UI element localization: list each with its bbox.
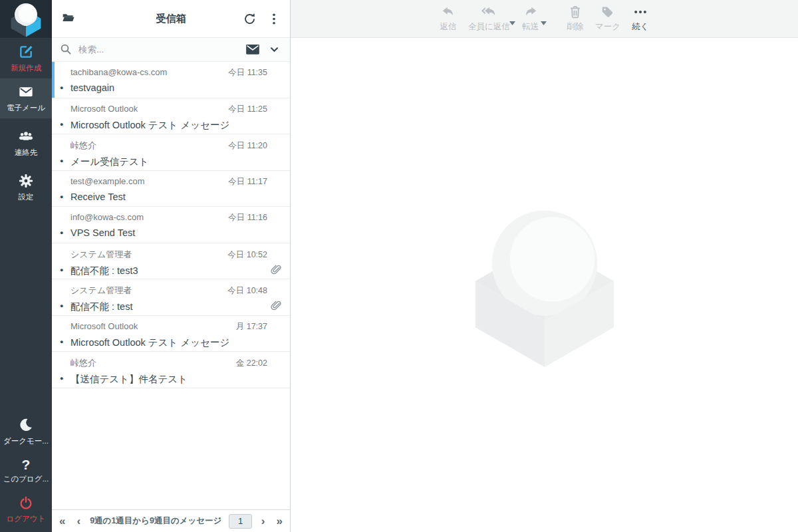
message-list-panel: 受信箱	[52, 0, 291, 532]
message-subject: メール受信テスト	[70, 156, 282, 168]
message-sender: システム管理者	[70, 285, 132, 297]
sidebar-item-label: ダークモー...	[1, 436, 51, 446]
message-date: 今日 11:25	[228, 104, 267, 115]
power-icon	[19, 495, 33, 510]
reply-all-icon	[480, 5, 497, 19]
message-row[interactable]: tachibana@kowa-cs.com今日 11:35●testvagain	[52, 62, 290, 98]
chevron-down-icon	[269, 45, 280, 55]
contacts-icon	[18, 129, 34, 144]
sidebar-item-label: 設定	[1, 192, 51, 202]
sidebar-item-about[interactable]: ? このプログ...	[0, 452, 52, 489]
folder-icon	[61, 12, 76, 25]
trash-icon	[568, 5, 583, 19]
message-row[interactable]: 峠悠介今日 11:20●メール受信テスト	[52, 134, 290, 171]
unread-dot-icon: ●	[60, 194, 63, 200]
message-row[interactable]: test@example.com今日 11:17●Receive Test	[52, 171, 290, 207]
message-subject: Microsoft Outlook テスト メッセージ	[70, 336, 282, 349]
mail-toolbar: 返信 全員に返信 転送	[291, 0, 798, 38]
page-number-box[interactable]: 1	[229, 514, 252, 529]
message-sender: Microsoft Outlook	[70, 321, 138, 331]
sidebar-item-logout[interactable]: ログアウト	[0, 489, 52, 532]
message-date: 今日 11:17	[228, 176, 267, 188]
message-date: 月 17:37	[236, 321, 267, 332]
first-page-button[interactable]: «	[57, 515, 67, 527]
unread-dot-icon: ●	[60, 338, 63, 345]
message-row[interactable]: システム管理者今日 10:52●配信不能 : test3	[52, 243, 290, 280]
refresh-button[interactable]	[241, 10, 259, 28]
forward-icon	[523, 5, 539, 19]
reply-all-button[interactable]: 全員に返信	[464, 2, 515, 35]
list-options-button[interactable]	[265, 10, 283, 28]
message-sender: info@kowa-cs.com	[70, 212, 144, 222]
search-options-button[interactable]	[267, 43, 282, 57]
tag-icon	[600, 5, 615, 19]
message-date: 金 22:02	[236, 358, 267, 369]
message-sender: 峠悠介	[70, 140, 96, 152]
app-window: 新規作成 電子メール 連絡先	[0, 0, 798, 532]
last-page-button[interactable]: »	[275, 515, 285, 527]
next-page-button[interactable]: ›	[259, 515, 267, 527]
message-date: 今日 11:16	[228, 212, 267, 223]
search-input[interactable]	[77, 44, 239, 55]
attachment-icon	[271, 264, 283, 277]
toolbar-label: マーク	[595, 21, 620, 33]
sidebar-item-label: このプログ...	[1, 474, 51, 484]
search-bar	[52, 38, 290, 62]
sidebar-item-label: 電子メール	[1, 103, 51, 113]
sidebar-item-label: 連絡先	[1, 148, 51, 158]
attachment-icon	[271, 300, 283, 313]
envelope-icon	[245, 44, 260, 55]
list-header: 受信箱	[52, 0, 290, 38]
question-mark-icon: ?	[1, 458, 51, 472]
caret-down-icon	[509, 21, 515, 25]
toolbar-label: 続く	[632, 21, 648, 33]
message-sender: tachibana@kowa-cs.com	[70, 67, 167, 77]
delete-button[interactable]: 削除	[560, 2, 591, 35]
toolbar-label: 削除	[567, 21, 583, 33]
forward-button[interactable]: 転送	[515, 2, 546, 35]
message-date: 今日 10:52	[227, 249, 267, 261]
message-row[interactable]: 峠悠介金 22:02●【送信テスト】件名テスト	[52, 352, 290, 388]
toolbar-label: 全員に返信	[468, 21, 510, 33]
more-actions-button[interactable]: 続く	[625, 2, 656, 35]
unread-dot-icon: ●	[60, 158, 63, 164]
unread-dot-icon: ●	[60, 303, 63, 309]
gear-icon	[19, 174, 33, 188]
message-subject: 配信不能 : test	[70, 301, 282, 313]
unread-dot-icon: ●	[60, 375, 63, 382]
unread-dot-icon: ●	[60, 267, 63, 273]
folder-list-button[interactable]	[59, 10, 78, 27]
sidebar-item-darkmode[interactable]: ダークモー...	[0, 412, 52, 452]
reply-icon	[440, 5, 456, 19]
forward-menu-caret[interactable]	[541, 21, 547, 25]
mark-button[interactable]: マーク	[591, 2, 625, 35]
sidebar-spacer	[0, 207, 52, 412]
ellipsis-icon	[632, 5, 648, 19]
compose-icon	[19, 44, 34, 59]
message-subject: Microsoft Outlook テスト メッセージ	[70, 119, 282, 132]
reply-all-menu-caret[interactable]	[509, 21, 515, 25]
reply-button[interactable]: 返信	[433, 2, 464, 35]
mail-icon	[18, 84, 34, 99]
message-sender: 峠悠介	[70, 357, 96, 369]
search-scope-button[interactable]	[243, 42, 262, 57]
sidebar: 新規作成 電子メール 連絡先	[0, 0, 52, 532]
message-row[interactable]: Microsoft Outlook月 17:37●Microsoft Outlo…	[52, 316, 290, 352]
unread-dot-icon: ●	[60, 121, 63, 128]
sidebar-item-contacts[interactable]: 連絡先	[0, 123, 52, 163]
kebab-menu-icon	[267, 12, 281, 26]
search-icon	[60, 43, 72, 56]
sidebar-item-settings[interactable]: 設定	[0, 168, 52, 207]
message-subject: 配信不能 : test3	[70, 265, 282, 277]
app-logo	[0, 0, 52, 38]
message-row[interactable]: info@kowa-cs.com今日 11:16●VPS Send Test	[52, 207, 290, 243]
roundcube-logo-icon	[9, 1, 43, 37]
message-row[interactable]: Microsoft Outlook今日 11:25●Microsoft Outl…	[52, 98, 290, 135]
sidebar-item-compose[interactable]: 新規作成	[0, 38, 52, 78]
prev-page-button[interactable]: ‹	[74, 515, 82, 527]
message-date: 今日 11:20	[228, 140, 267, 152]
toolbar-label: 転送	[522, 21, 539, 33]
sidebar-item-label: 新規作成	[1, 63, 51, 73]
sidebar-item-mail[interactable]: 電子メール	[0, 78, 52, 118]
message-row[interactable]: システム管理者今日 10:48●配信不能 : test	[52, 279, 290, 316]
